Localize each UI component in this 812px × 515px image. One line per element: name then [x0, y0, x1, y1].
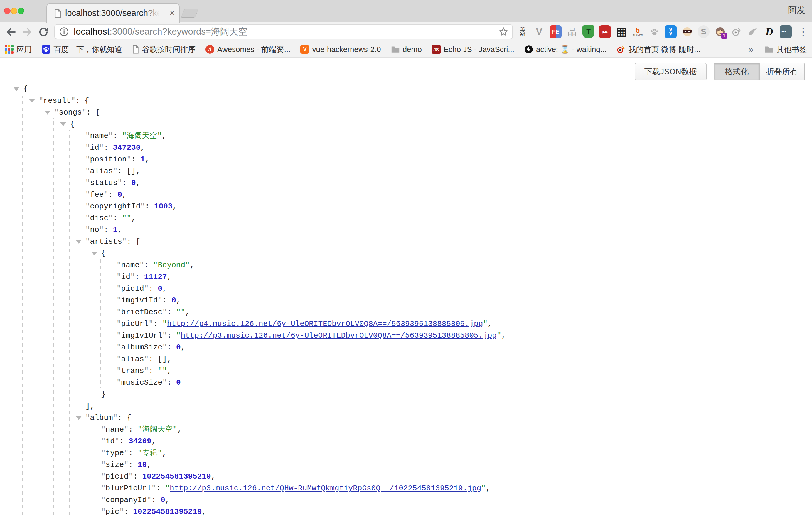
- a-badge-icon: A: [205, 45, 214, 54]
- mask-extension-icon[interactable]: [681, 25, 693, 38]
- d-extension-icon[interactable]: D: [763, 25, 775, 38]
- toolbar: localhost:3000/search?keywords=海阔天空 英enV…: [0, 22, 812, 42]
- zoom-window-button[interactable]: [18, 8, 24, 14]
- format-collapse-segmented-control: 格式化 折叠所有: [714, 63, 805, 81]
- minimize-window-button[interactable]: [11, 8, 17, 14]
- download-json-button[interactable]: 下载JSON数据: [635, 63, 706, 81]
- bookmark-star-icon[interactable]: [498, 26, 509, 37]
- weibo-red-icon: [616, 45, 625, 54]
- tab-title-fade: [144, 4, 166, 22]
- shield-t-extension-icon[interactable]: T: [582, 25, 594, 38]
- bookmark-item[interactable]: 百度一下，你就知道: [37, 44, 127, 55]
- fast-forward-extension-icon[interactable]: ▶▶: [599, 25, 611, 38]
- profile-name: 阿发: [788, 0, 806, 22]
- page-icon: [132, 45, 139, 54]
- close-window-button[interactable]: [4, 8, 10, 14]
- url-text[interactable]: localhost:3000/search?keywords=海阔天空: [74, 26, 248, 38]
- other-bookmarks-folder[interactable]: 其他书签: [760, 44, 812, 55]
- bird-extension-icon[interactable]: [747, 25, 759, 38]
- active-tab[interactable]: localhost:3000/search?keywor ×: [47, 3, 180, 24]
- reload-button[interactable]: [36, 25, 51, 39]
- json-controls: 下载JSON数据 格式化 折叠所有: [0, 63, 812, 81]
- url-path: :3000/search?keywords=海阔天空: [110, 26, 248, 37]
- html5-player-extension-icon[interactable]: 5PLAYER: [632, 25, 644, 38]
- monkey-extension-icon[interactable]: 1: [714, 25, 726, 38]
- bookmark-label: vue-hackernews-2.0: [312, 45, 381, 54]
- new-tab-button[interactable]: [181, 9, 199, 18]
- bookmark-item[interactable]: active: ⌛ - waiting...: [519, 45, 612, 54]
- double-chevron-extension-icon[interactable]: ∨∨: [665, 25, 677, 38]
- paw-extension-icon[interactable]: [648, 25, 660, 38]
- bookmark-label: 百度一下，你就知道: [53, 44, 122, 55]
- bookmark-label: Awesomes - 前端资...: [217, 44, 290, 55]
- bookmark-item[interactable]: demo: [386, 45, 427, 54]
- page-favicon-icon: [54, 9, 62, 19]
- bookmark-label: 我的首页 微博-随时...: [628, 44, 700, 55]
- bookmarks-bar: 应用百度一下，你就知道谷歌按时间排序AAwesomes - 前端资...Vvue…: [0, 42, 812, 58]
- other-bookmarks-label: 其他书签: [777, 44, 807, 55]
- apps-grid-icon: [5, 45, 13, 54]
- dots-bar-extension-icon[interactable]: •••⎸: [780, 25, 792, 38]
- download-circle-icon: [524, 45, 533, 54]
- js-badge-icon: JS: [432, 45, 441, 54]
- page-content: 下载JSON数据 格式化 折叠所有: [0, 58, 812, 515]
- sitemap-extension-icon[interactable]: 品: [566, 25, 578, 38]
- bookmark-item[interactable]: 我的首页 微博-随时...: [611, 44, 705, 55]
- fe-extension-icon[interactable]: FE: [550, 25, 561, 38]
- vimium-extension-icon[interactable]: V: [533, 25, 545, 38]
- address-bar[interactable]: localhost:3000/search?keywords=海阔天空: [54, 24, 513, 39]
- folder-icon: [765, 46, 774, 53]
- bookmark-label: active: ⌛ - waiting...: [536, 45, 607, 54]
- bookmark-item[interactable]: JSEcho JS - JavaScri...: [427, 45, 519, 54]
- bookmark-item[interactable]: 应用: [0, 44, 37, 55]
- extensions-area: 英enVFE品T▶▶▦5PLAYER∨∨S1D•••⎸: [517, 24, 792, 39]
- extension-badge: 1: [721, 33, 727, 39]
- back-button[interactable]: [4, 25, 18, 39]
- translate-extension-icon[interactable]: 英en: [517, 25, 529, 38]
- bookmarks-overflow-chevron-icon[interactable]: »: [742, 44, 760, 54]
- format-button[interactable]: 格式化: [714, 63, 759, 80]
- weibo-extension-icon[interactable]: [730, 25, 743, 38]
- v-badge-icon: V: [300, 45, 309, 54]
- bookmark-label: demo: [403, 45, 422, 54]
- tab-bar: localhost:3000/search?keywor × 阿发: [0, 0, 812, 22]
- s-extension-icon[interactable]: S: [697, 25, 709, 38]
- chrome-menu-icon[interactable]: ⋮: [797, 24, 810, 39]
- browser-window: { "window": { "profile_name": "阿发", "tab…: [0, 0, 812, 515]
- bookmark-item[interactable]: Vvue-hackernews-2.0: [295, 45, 386, 54]
- forward-button[interactable]: [20, 25, 34, 39]
- bookmark-label: Echo JS - JavaScri...: [443, 45, 514, 54]
- qr-code-extension-icon[interactable]: ▦: [615, 25, 627, 38]
- bookmark-item[interactable]: 谷歌按时间排序: [127, 44, 201, 55]
- info-icon[interactable]: [59, 27, 69, 37]
- url-host: localhost: [74, 26, 110, 37]
- baidu-paw-icon: [42, 45, 51, 54]
- tab-close-icon[interactable]: ×: [169, 3, 175, 22]
- folder-icon: [391, 46, 400, 53]
- bookmark-label: 谷歌按时间排序: [142, 44, 196, 55]
- bookmark-item[interactable]: AAwesomes - 前端资...: [201, 44, 295, 55]
- bookmark-label: 应用: [17, 44, 32, 55]
- collapse-all-button[interactable]: 折叠所有: [759, 63, 805, 80]
